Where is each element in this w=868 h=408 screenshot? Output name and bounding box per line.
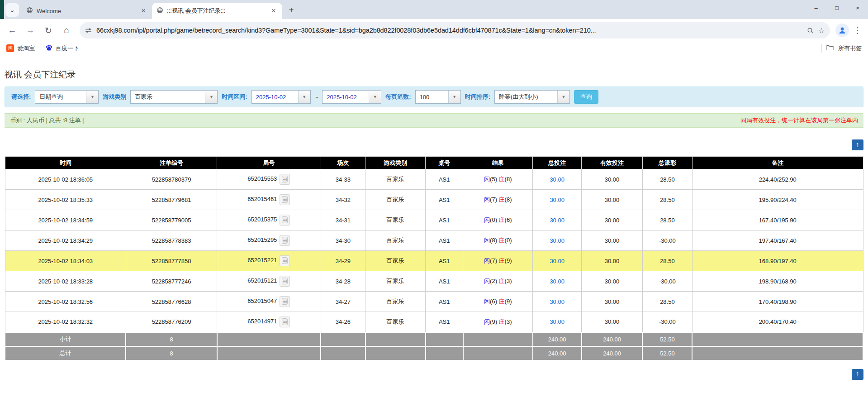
video-record-icon[interactable] [280,317,290,327]
banker-result: 庄 [499,237,505,244]
round-number: 652015553 [247,175,277,182]
game-type-cell: 百家乐 [365,292,426,312]
bet-id-cell: 522858776209 [126,312,217,332]
time-order-value: 降幂(由大到小) [495,91,557,103]
time-cell: 2025-10-02 18:34:03 [5,251,126,271]
total-bet-link[interactable]: 30.00 [550,217,564,224]
video-record-icon[interactable] [280,194,290,205]
summary-cell [463,346,533,360]
banker-result: 庄 [499,176,505,182]
new-tab-button[interactable]: + [285,4,298,16]
notice-text: 同局有效投注，统一计算在该局第一张注单内 [740,116,858,125]
close-window-button[interactable]: × [847,0,868,15]
dropdown-arrow-icon[interactable]: ▼ [205,91,217,103]
query-type-select[interactable]: 日期查询 ▼ [35,90,99,104]
dropdown-arrow-icon[interactable]: ▼ [369,91,381,103]
summary-cell [217,346,321,360]
column-header: 备注 [692,157,863,169]
refresh-button[interactable]: ↻ [41,23,56,38]
bookmark-baidu[interactable]: 百度一下 [46,44,79,53]
total-bet-cell: 30.00 [533,190,582,210]
dropdown-arrow-icon[interactable]: ▼ [298,91,310,103]
time-cell: 2025-10-02 18:33:28 [5,271,126,292]
video-record-icon[interactable] [280,215,290,226]
maximize-button[interactable]: □ [826,0,847,15]
time-cell: 2025-10-02 18:34:59 [5,210,126,230]
video-record-icon[interactable] [280,276,290,287]
globe-icon [157,7,163,15]
currency-summary-text: 币别 : 人民币 | 总共 :8 注单 | [10,116,84,125]
bookmark-aitaobao[interactable]: 淘 爱淘宝 [6,44,35,53]
round-cell: 652015121 [217,271,321,292]
bookmark-label: 百度一下 [56,44,79,53]
table-body: 2025-10-02 18:36:05522858780379652015553… [5,169,863,360]
time-order-select[interactable]: 降幂(由大到小) ▼ [494,90,570,104]
video-record-icon[interactable] [280,235,290,246]
payout-cell: 28.50 [642,190,692,210]
column-header: 总投注 [533,157,582,169]
pagination-top: 1 [5,139,863,150]
profile-avatar[interactable] [835,24,849,37]
minimize-button[interactable]: – [806,0,826,15]
total-bet-link[interactable]: 30.00 [550,278,564,285]
zoom-icon[interactable] [807,27,814,34]
remark-cell: 195.90/224.40 [692,190,863,210]
tab-close-icon[interactable]: × [270,6,278,15]
page-size-select[interactable]: 100 ▼ [415,90,461,104]
site-settings-icon[interactable] [85,27,92,34]
date-from-select[interactable]: 2025-10-02 ▼ [251,90,311,104]
filter-bar: 请选择: 日期查询 ▼ 游戏类别 百家乐 ▼ 时间区间: 2025-10-02 … [5,86,863,107]
result-cell: 闲(9) 庄(3) [463,312,533,332]
result-cell: 闲(6) 庄(9) [463,292,533,312]
column-header: 时间 [5,157,126,169]
dropdown-arrow-icon[interactable]: ▼ [448,91,460,103]
address-bar[interactable]: 66cxkj98.com/ipl/portal.php/game/betreco… [80,22,830,38]
round-number: 652015375 [247,216,277,223]
url-text[interactable]: 66cxkj98.com/ipl/portal.php/game/betreco… [96,27,802,34]
total-bet-link[interactable]: 30.00 [550,197,564,203]
date-to-select[interactable]: 2025-10-02 ▼ [322,90,381,104]
back-button[interactable]: ← [5,23,20,38]
tab-search-button[interactable]: ⌄ [5,3,19,17]
total-bet-link[interactable]: 30.00 [550,237,564,244]
summary-cell: 240.00 [533,346,582,360]
table-number-cell: AS1 [426,190,463,210]
tab-close-icon[interactable]: × [139,6,147,15]
payout-cell: 28.50 [642,251,692,271]
column-header: 总派彩 [642,157,692,169]
total-bet-link[interactable]: 30.00 [550,176,564,183]
video-record-icon[interactable] [280,296,290,307]
tab-welcome[interactable]: Welcome × [22,3,152,19]
home-button[interactable]: ⌂ [59,23,74,38]
game-type-select[interactable]: 百家乐 ▼ [130,90,218,104]
remark-cell: 200.40/170.40 [692,312,863,332]
total-bet-link[interactable]: 30.00 [550,298,564,305]
dropdown-arrow-icon[interactable]: ▼ [557,91,569,103]
all-bookmarks[interactable]: 所有书签 [821,44,862,53]
tab-betrecord[interactable]: :::视讯 会员下注纪录::: × [152,3,282,19]
session-cell: 34-30 [321,230,365,251]
page-button-1[interactable]: 1 [852,369,863,380]
video-record-icon[interactable] [280,174,290,185]
divider [821,44,822,53]
status-bar: 币别 : 人民币 | 总共 :8 注单 | 同局有效投注，统一计算在该局第一张注… [5,113,863,128]
search-button[interactable]: 查询 [574,90,598,104]
video-record-icon[interactable] [280,255,290,266]
table-row: 2025-10-02 18:32:56522858776628652015047… [5,292,863,312]
total-bet-link[interactable]: 30.00 [550,318,564,325]
summary-cell: 240.00 [533,332,582,346]
bookmark-star-icon[interactable]: ☆ [818,26,825,35]
player-result: 闲 [484,237,490,244]
bet-id-cell: 522858778383 [126,230,217,251]
table-number-cell: AS1 [426,251,463,271]
column-header: 有效投注 [582,157,643,169]
forward-button[interactable]: → [23,23,38,38]
banker-result: 庄 [499,278,505,284]
session-cell: 34-32 [321,190,365,210]
dropdown-arrow-icon[interactable]: ▼ [86,91,98,103]
taobao-icon: 淘 [6,44,14,52]
result-cell: 闲(7) 庄(9) [463,251,533,271]
total-bet-link[interactable]: 30.00 [550,258,564,264]
page-button-1[interactable]: 1 [852,139,863,150]
browser-menu-button[interactable]: ⋮ [852,25,863,35]
